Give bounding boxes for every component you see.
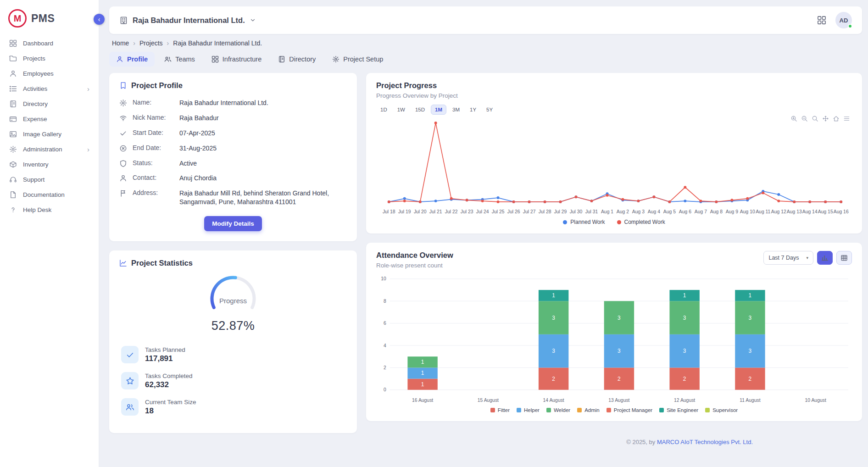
legend-swatch	[563, 220, 567, 224]
range-button-1Y[interactable]: 1Y	[466, 105, 480, 115]
sidebar-item-support[interactable]: Support	[0, 172, 99, 187]
svg-text:3: 3	[749, 315, 752, 321]
legend-swatch	[577, 408, 582, 412]
range-button-1D[interactable]: 1D	[376, 105, 391, 115]
sidebar-item-label: Expense	[23, 116, 47, 122]
svg-text:Jul 29: Jul 29	[554, 209, 567, 214]
tab-label: Teams	[175, 56, 195, 63]
footer-link[interactable]: MARCO AIoT Technologies Pvt. Ltd.	[657, 439, 753, 445]
field-label: Nick Name:	[133, 114, 174, 121]
apps-grid-icon[interactable]	[817, 16, 826, 25]
field-value: Raja Bahadur Mill Rd, behind Sheraton Gr…	[179, 189, 347, 206]
tab-directory[interactable]: Directory	[271, 52, 323, 67]
field-value: 31-Aug-2025	[179, 144, 217, 153]
zoom-out-icon[interactable]	[801, 115, 808, 122]
date-range-select[interactable]: Last 7 Days ▾	[763, 251, 813, 265]
line-chart-svg: Jul 18Jul 19Jul 20Jul 21Jul 22Jul 23Jul …	[376, 117, 852, 219]
svg-text:Jul 23: Jul 23	[461, 209, 473, 214]
tab-infrastructure[interactable]: Infrastructure	[205, 52, 268, 67]
svg-text:16 August: 16 August	[412, 398, 433, 403]
sidebar-item-projects[interactable]: Projects	[0, 51, 99, 66]
sidebar-item-inventory[interactable]: Inventory	[0, 157, 99, 172]
table-icon	[840, 254, 848, 262]
range-button-1M[interactable]: 1M	[431, 105, 446, 115]
search-icon[interactable]	[812, 115, 818, 122]
legend-item[interactable]: Completed Work	[617, 219, 665, 225]
chevron-down-icon: ▾	[806, 256, 808, 260]
legend-swatch	[705, 408, 710, 412]
svg-text:2: 2	[618, 376, 621, 382]
range-button-1W[interactable]: 1W	[393, 105, 409, 115]
topbar-right: AD	[817, 12, 852, 28]
legend-item[interactable]: Project Manager	[606, 407, 652, 413]
left-column: Project Profile Name:Raja Bahadur Intern…	[109, 73, 357, 433]
range-button-15D[interactable]: 15D	[411, 105, 429, 115]
legend-item[interactable]: Fitter	[490, 407, 510, 413]
zoom-in-icon[interactable]	[790, 115, 797, 122]
range-button-5Y[interactable]: 5Y	[482, 105, 497, 115]
field-value: Anuj Chordia	[179, 174, 217, 183]
home-icon[interactable]	[833, 115, 840, 122]
legend-item[interactable]: Admin	[577, 407, 600, 413]
svg-text:Aug 10: Aug 10	[740, 209, 755, 214]
menu-icon[interactable]	[843, 115, 850, 122]
svg-text:10: 10	[381, 276, 386, 281]
tab-profile[interactable]: Profile	[109, 52, 155, 67]
field-label: Name:	[133, 99, 174, 106]
stat-value: 18	[145, 406, 196, 416]
legend-item[interactable]: Helper	[517, 407, 540, 413]
app-name: PMS	[31, 12, 55, 25]
sidebar-item-activities[interactable]: Activities›	[0, 81, 99, 96]
check-icon	[121, 346, 139, 363]
modify-details-button[interactable]: Modify Details	[204, 216, 262, 231]
project-profile-card: Project Profile Name:Raja Bahadur Intern…	[109, 73, 357, 241]
svg-text:14 August: 14 August	[543, 398, 564, 403]
svg-text:Aug 3: Aug 3	[632, 209, 645, 214]
company-name: Raja Bahadur International Ltd.	[133, 16, 245, 25]
attendance-bar-chart[interactable]: 024681011116 August15 August233114 Augus…	[376, 273, 852, 406]
sidebar-item-expense[interactable]: Expense	[0, 111, 99, 127]
app-logo[interactable]: M PMS	[0, 5, 99, 35]
sidebar-item-documentation[interactable]: Documentation	[0, 187, 99, 202]
sidebar-item-directory[interactable]: Directory	[0, 96, 99, 111]
profile-field: Contact:Anuj Chordia	[119, 171, 347, 186]
tab-project-setup[interactable]: Project Setup	[325, 52, 390, 67]
sidebar-item-dashboard[interactable]: Dashboard	[0, 36, 99, 51]
legend-swatch	[546, 408, 551, 412]
sidebar-item-help-desk[interactable]: Help Desk	[0, 202, 99, 217]
company-selector[interactable]: Raja Bahadur International Ltd.	[119, 16, 256, 25]
table-view-toggle[interactable]	[836, 251, 852, 265]
legend-item[interactable]: Site Engineer	[659, 407, 698, 413]
project-statistics-card: Project Statistics Progress 52.87% Tasks…	[109, 250, 357, 433]
sidebar-item-administration[interactable]: Administration›	[0, 142, 99, 157]
breadcrumb-item[interactable]: Home	[112, 39, 129, 47]
user-avatar[interactable]: AD	[835, 12, 852, 28]
field-label: End Date:	[133, 144, 174, 151]
svg-text:10 August: 10 August	[805, 398, 826, 403]
svg-text:0: 0	[384, 387, 386, 392]
attendance-controls: Last 7 Days ▾	[763, 251, 852, 265]
tab-teams[interactable]: Teams	[157, 52, 202, 67]
svg-text:Jul 28: Jul 28	[539, 209, 551, 214]
dashboard-icon	[9, 39, 17, 47]
sidebar-menu: DashboardProjectsEmployeesActivities›Dir…	[0, 35, 99, 218]
svg-text:Jul 19: Jul 19	[398, 209, 411, 214]
legend-item[interactable]: Planned Work	[563, 219, 605, 225]
sidebar-item-employees[interactable]: Employees	[0, 66, 99, 81]
bar-chart-icon	[821, 254, 829, 262]
svg-text:Aug 5: Aug 5	[663, 209, 676, 214]
svg-text:1: 1	[421, 370, 424, 377]
breadcrumb-item[interactable]: Projects	[139, 39, 163, 47]
content-columns: Project Profile Name:Raja Bahadur Intern…	[109, 73, 862, 433]
sidebar-item-image-gallery[interactable]: Image Gallery	[0, 127, 99, 142]
legend-item[interactable]: Supervisor	[705, 407, 738, 413]
progress-line-chart[interactable]: Jul 18Jul 19Jul 20Jul 21Jul 22Jul 23Jul …	[376, 117, 852, 219]
breadcrumb: Home›Projects›Raja Bahadur International…	[112, 39, 862, 47]
range-button-3M[interactable]: 3M	[448, 105, 464, 115]
sidebar-collapse-button[interactable]: ‹	[94, 14, 105, 25]
legend-item[interactable]: Welder	[546, 407, 570, 413]
chart-view-toggle[interactable]	[817, 251, 833, 265]
pan-icon[interactable]	[822, 115, 829, 122]
card-header: Project Statistics	[119, 259, 347, 267]
progress-legend: Planned WorkCompleted Work	[376, 219, 852, 225]
